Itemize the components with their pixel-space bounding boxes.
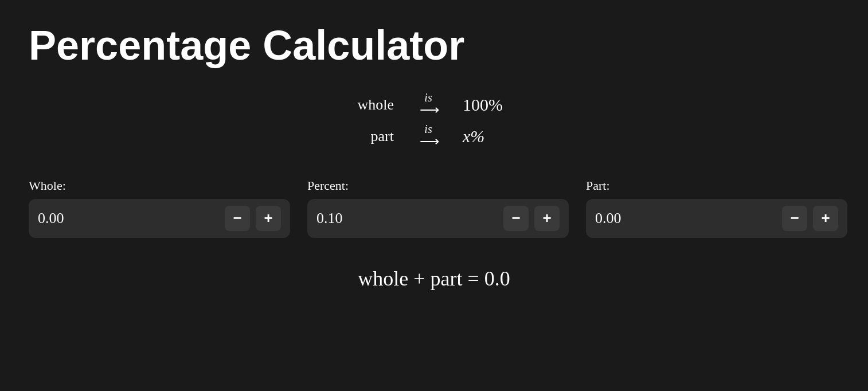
part-label: Part:	[586, 178, 847, 193]
formula-row-2: part is ⟶ x%	[348, 123, 520, 150]
part-plus-button[interactable]: +	[813, 206, 838, 231]
formula-part-label: part	[348, 128, 394, 145]
formula-arrow-symbol-2: ⟶	[420, 134, 437, 150]
percent-minus-button[interactable]: −	[503, 206, 529, 231]
whole-minus-button[interactable]: −	[225, 206, 250, 231]
formula-result-1: 100%	[463, 95, 520, 115]
percent-label: Percent:	[307, 178, 569, 193]
whole-input[interactable]	[38, 210, 219, 227]
formula-result-2: x%	[463, 127, 520, 146]
formula-section: whole is ⟶ 100% part is ⟶ x%	[29, 91, 839, 150]
whole-plus-button[interactable]: +	[256, 206, 281, 231]
formula-whole-label: whole	[348, 96, 394, 114]
result-section: whole + part = 0.0	[29, 267, 839, 291]
page-title: Percentage Calculator	[29, 23, 839, 68]
whole-input-row: − +	[29, 199, 290, 238]
whole-input-group: Whole: − +	[29, 178, 290, 238]
whole-label: Whole:	[29, 178, 290, 193]
percent-input-group: Percent: − +	[307, 178, 569, 238]
formula-arrow-1: is ⟶	[405, 91, 451, 118]
part-minus-button[interactable]: −	[782, 206, 807, 231]
part-input-group: Part: − +	[586, 178, 847, 238]
part-input-row: − +	[586, 199, 847, 238]
part-input[interactable]	[595, 210, 776, 227]
percent-input-row: − +	[307, 199, 569, 238]
inputs-section: Whole: − + Percent: − + Part: − +	[29, 178, 839, 238]
result-text: whole + part = 0.0	[358, 267, 510, 291]
percent-input[interactable]	[316, 210, 498, 227]
percent-plus-button[interactable]: +	[534, 206, 560, 231]
formula-arrow-symbol-1: ⟶	[420, 102, 437, 118]
formula-arrow-2: is ⟶	[405, 123, 451, 150]
formula-row-1: whole is ⟶ 100%	[348, 91, 520, 118]
